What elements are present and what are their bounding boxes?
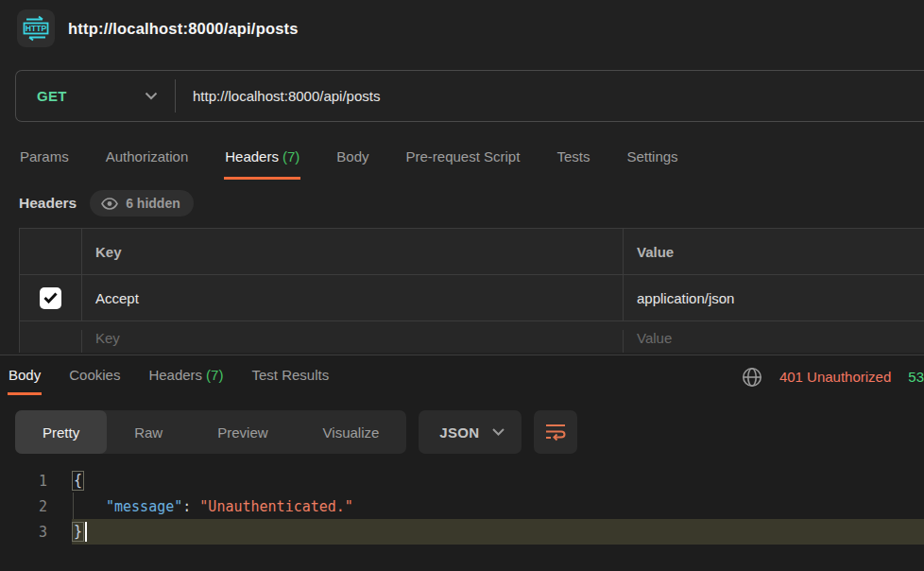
chevron-down-icon [145, 92, 158, 100]
url-bar: GET http://localhost:8000/api/posts [15, 70, 924, 122]
response-headers-count: (7) [206, 367, 223, 383]
checkmark-icon [43, 292, 58, 303]
row-checkbox[interactable] [40, 287, 61, 309]
view-visualize-button[interactable]: Visualize [296, 410, 407, 454]
format-label: JSON [439, 424, 479, 441]
globe-icon[interactable] [742, 367, 762, 388]
response-time[interactable]: 53 [908, 369, 924, 385]
http-request-icon: HTTP [17, 9, 55, 47]
tab-settings[interactable]: Settings [625, 139, 678, 177]
value-column-header: Value [623, 229, 924, 274]
response-tabs: Body Cookies Headers(7) Test Results 401… [0, 355, 924, 398]
eye-icon [101, 198, 118, 210]
checkbox-column-header [20, 229, 82, 274]
header-value-placeholder-cell[interactable]: Value [623, 330, 924, 353]
tab-headers[interactable]: Headers(7) [224, 139, 300, 180]
tab-response-body[interactable]: Body [8, 355, 42, 395]
http-logo-icon: HTTP [22, 14, 50, 43]
headers-section-title: Headers [19, 195, 77, 212]
code-line-2: 2 "message": "Unauthenticated." [0, 493, 924, 519]
view-raw-button[interactable]: Raw [107, 410, 190, 454]
view-pretty-button[interactable]: Pretty [15, 410, 107, 454]
headers-section-header: Headers 6 hidden [0, 188, 924, 218]
json-value-token: "Unauthenticated." [199, 498, 353, 515]
response-body-editor[interactable]: 1 { 2 "message": "Unauthenticated." 3 } [0, 468, 924, 545]
close-brace-token: } [72, 522, 84, 542]
chevron-down-icon [492, 428, 505, 436]
response-status-area: 401 Unauthorized 53 [742, 355, 924, 398]
tab-response-headers[interactable]: Headers(7) [147, 355, 224, 392]
table-row-placeholder: Key Value [20, 321, 924, 353]
method-selector[interactable]: GET [16, 71, 175, 121]
request-title-bar: HTTP http://localhost:8000/api/posts [0, 0, 924, 49]
text-cursor [85, 522, 87, 542]
indent-guide [73, 493, 74, 519]
header-value-cell[interactable]: application/json [623, 275, 924, 320]
key-column-header: Key [82, 244, 623, 260]
headers-table-header-row: Key Value [20, 229, 924, 275]
colon-token: : [182, 498, 199, 515]
status-badge[interactable]: 401 Unauthorized [779, 369, 891, 385]
tab-pre-request-script[interactable]: Pre-request Script [405, 139, 522, 177]
format-selector[interactable]: JSON [419, 410, 522, 454]
tab-params[interactable]: Params [19, 139, 70, 177]
header-key-placeholder-cell[interactable]: Key [82, 330, 623, 346]
url-input[interactable]: http://localhost:8000/api/posts [176, 71, 924, 121]
json-key-token: "message" [106, 498, 182, 515]
tab-authorization[interactable]: Authorization [105, 139, 190, 177]
method-label: GET [37, 88, 67, 104]
tab-tests[interactable]: Tests [556, 139, 590, 177]
row-checkbox-cell [20, 275, 82, 320]
tab-body[interactable]: Body [335, 139, 369, 177]
line-number: 3 [0, 524, 72, 541]
response-panel: Body Cookies Headers(7) Test Results 401… [0, 355, 924, 571]
code-line-1: 1 { [0, 468, 924, 493]
tab-response-cookies[interactable]: Cookies [68, 355, 121, 392]
view-preview-button[interactable]: Preview [190, 410, 295, 454]
headers-table: Key Value Accept application/json Key Va… [19, 228, 924, 353]
request-tabs: Params Authorization Headers(7) Body Pre… [0, 139, 924, 181]
wrap-lines-icon [545, 424, 566, 441]
open-brace-token: { [72, 471, 84, 491]
headers-count: (7) [282, 148, 299, 164]
view-mode-switcher: Pretty Raw Preview Visualize [15, 410, 406, 454]
wrap-lines-button[interactable] [534, 410, 577, 454]
table-row: Accept application/json [20, 275, 924, 321]
code-line-3: 3 } [0, 519, 924, 545]
tab-test-results[interactable]: Test Results [250, 355, 330, 392]
line-number: 2 [0, 498, 72, 515]
row-checkbox-cell [20, 330, 82, 353]
request-title: http://localhost:8000/api/posts [68, 20, 299, 38]
response-view-controls: Pretty Raw Preview Visualize JSON [15, 410, 924, 454]
hidden-headers-label: 6 hidden [126, 196, 180, 211]
header-key-cell[interactable]: Accept [82, 290, 623, 306]
svg-text:HTTP: HTTP [26, 24, 47, 33]
line-number: 1 [0, 473, 72, 490]
hidden-headers-toggle[interactable]: 6 hidden [90, 190, 194, 216]
